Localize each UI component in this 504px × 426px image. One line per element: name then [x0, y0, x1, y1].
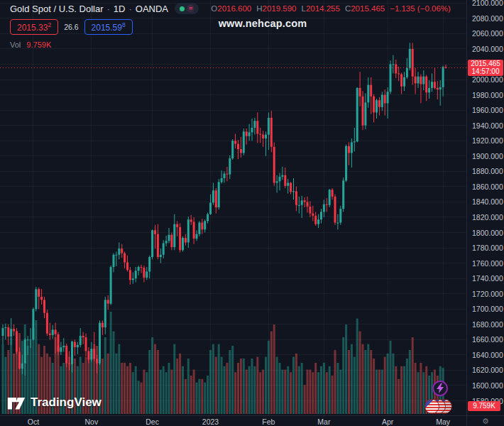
- time-axis-label: 2023: [202, 417, 219, 426]
- time-axis[interactable]: OctNovDec2023FebMarAprMay: [0, 415, 466, 426]
- price-axis-label: 1860.000: [472, 182, 503, 191]
- axis-settings-corner[interactable]: ⚙: [466, 415, 504, 426]
- time-axis-label: Nov: [84, 417, 98, 426]
- price-axis-label: 1820.000: [472, 213, 503, 222]
- price-axis-label: 2080.000: [472, 14, 503, 23]
- price-axis-label: 2060.000: [472, 29, 503, 38]
- symbol-title[interactable]: Gold Spot / U.S. Dollar: [10, 4, 104, 14]
- price-axis-label: 1800.000: [472, 229, 503, 237]
- time-axis-label: Apr: [382, 417, 393, 426]
- last-price-badge: 2015.465 14:57:00: [468, 60, 503, 76]
- open-label: O: [211, 4, 217, 13]
- bar-countdown: 14:57:00: [468, 68, 503, 76]
- volume-indicator-label: Vol: [10, 40, 21, 49]
- price-axis-label: 1640.000: [472, 351, 503, 359]
- exchange-label[interactable]: OANDA: [136, 4, 168, 14]
- change-value: −1.135 (−0.06%): [390, 4, 451, 13]
- buy-price-fraction: 8: [122, 21, 126, 28]
- price-axis[interactable]: 2015.465 14:57:00 9.759K 2100.0002080.00…: [466, 0, 504, 415]
- price-axis-label: 1940.000: [472, 121, 503, 130]
- price-axis-label: 1780.000: [472, 244, 503, 252]
- time-axis-label: Oct: [28, 417, 39, 426]
- legend-separator: ·: [128, 4, 131, 14]
- price-axis-label: 1920.000: [472, 136, 503, 145]
- interval-label[interactable]: 1D: [114, 4, 126, 14]
- price-axis-label: 1600.000: [472, 381, 503, 390]
- market-status-pill[interactable]: =: [175, 3, 199, 14]
- sell-price-fraction: 2: [48, 21, 51, 28]
- watermark-text: www.nehcap.com: [219, 18, 307, 29]
- buy-button[interactable]: 2015.598: [84, 19, 133, 35]
- price-axis-label: 1960.000: [472, 106, 503, 114]
- market-open-dot-icon: [180, 6, 185, 11]
- price-axis-label: 1700.000: [472, 305, 503, 313]
- tradingview-chart-window: 2015.465 14:57:00 9.759K 2100.0002080.00…: [0, 0, 504, 426]
- boost-button[interactable]: [432, 381, 448, 396]
- price-axis-label: 2040.000: [472, 45, 503, 53]
- price-axis-label: 1680.000: [472, 320, 503, 329]
- tradingview-logo-icon: [7, 395, 26, 410]
- tradingview-logo-text: TradingView: [31, 395, 102, 410]
- price-axis-label: 1720.000: [472, 290, 503, 298]
- price-axis-label: 2100.000: [472, 0, 503, 7]
- time-axis-label: Dec: [146, 417, 159, 426]
- price-axis-label: 1760.000: [472, 259, 503, 268]
- low-value: 2014.255: [306, 4, 340, 13]
- spread-value: 26.6: [64, 23, 78, 31]
- price-axis-label: 1620.000: [472, 366, 503, 374]
- price-axis-label: 1980.000: [472, 91, 503, 99]
- price-axis-label: 1900.000: [472, 152, 503, 160]
- high-label: H: [256, 4, 262, 13]
- time-axis-label: May: [436, 417, 450, 426]
- volume-badge: 9.759K: [468, 401, 500, 411]
- us-flag-icon: [424, 399, 439, 414]
- close-label: C: [345, 4, 351, 13]
- open-value: 2016.600: [217, 4, 251, 13]
- high-value: 2019.590: [263, 4, 297, 13]
- lightning-icon: [437, 383, 444, 393]
- price-axis-label: 2000.000: [472, 75, 503, 84]
- tradingview-logo[interactable]: TradingView: [7, 395, 102, 410]
- time-axis-label: Mar: [317, 417, 330, 426]
- legend-separator: ·: [107, 4, 110, 14]
- pink-equals-icon: =: [187, 5, 194, 12]
- candlestick-chart[interactable]: [0, 0, 466, 415]
- price-axis-label: 1740.000: [472, 274, 503, 283]
- volume-indicator-value: 9.759K: [26, 40, 51, 49]
- price-axis-label: 1840.000: [472, 197, 503, 206]
- sell-button[interactable]: 2015.332: [10, 19, 58, 35]
- time-axis-label: Feb: [262, 417, 275, 426]
- gear-icon[interactable]: ⚙: [482, 417, 489, 425]
- price-axis-label: 1660.000: [472, 335, 503, 344]
- ohlc-values: O2016.600 H2019.590 L2014.255 C2015.465 …: [211, 4, 451, 13]
- close-value: 2015.465: [351, 4, 385, 13]
- price-axis-label: 1880.000: [472, 167, 503, 175]
- volume-indicator-row[interactable]: Vol 9.759K: [10, 40, 451, 49]
